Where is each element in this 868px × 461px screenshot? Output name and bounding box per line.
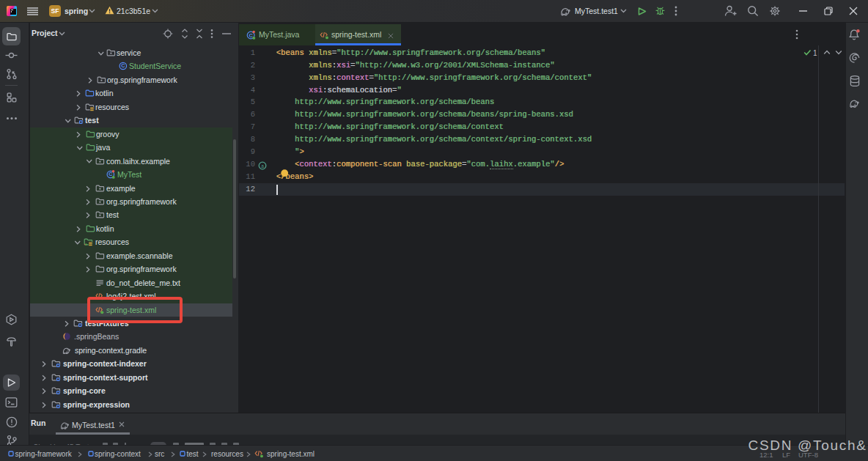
svg-text:a: a — [261, 163, 264, 168]
svg-text:C: C — [121, 63, 125, 70]
svg-text:C: C — [108, 172, 112, 178]
svg-text:C: C — [249, 32, 253, 39]
